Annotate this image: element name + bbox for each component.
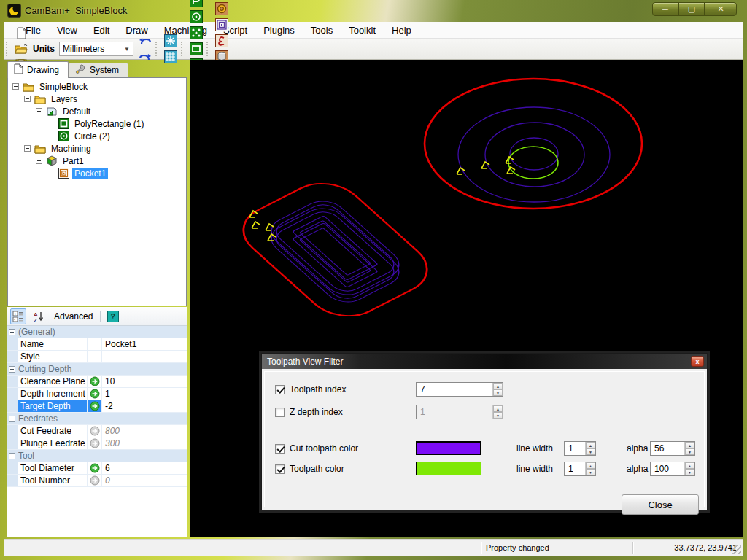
checkbox-2[interactable]: [275, 444, 285, 454]
spin-down-icon[interactable]: ▼: [586, 448, 595, 455]
spin-up-icon[interactable]: ▲: [493, 383, 503, 389]
menu-edit[interactable]: Edit: [85, 23, 117, 38]
collapse-icon[interactable]: [9, 416, 15, 422]
menu-tools[interactable]: Tools: [303, 23, 341, 38]
tab-drawing[interactable]: Drawing: [7, 61, 69, 78]
tree-item[interactable]: Default: [8, 105, 186, 117]
dialog-title-bar[interactable]: Toolpath View Filter x: [262, 354, 707, 369]
property-row[interactable]: Name Pocket1: [7, 338, 187, 351]
resize-grip-icon[interactable]: [732, 545, 741, 554]
spin-down-icon[interactable]: ▼: [685, 469, 694, 475]
toolbar-grip[interactable]: [155, 42, 160, 56]
toolbar-grip[interactable]: [206, 42, 212, 56]
property-value[interactable]: 0: [102, 475, 187, 486]
color-swatch[interactable]: [416, 462, 481, 475]
tab-system[interactable]: System: [69, 63, 128, 77]
property-row[interactable]: Cut Feedrate 800: [7, 425, 187, 438]
tree-expander[interactable]: [36, 108, 42, 114]
property-row[interactable]: Plunge Feedrate 300: [7, 438, 187, 450]
tree-item[interactable]: Layers: [8, 93, 186, 105]
categorized-icon[interactable]: + -: [10, 308, 26, 324]
help-icon[interactable]: ?: [105, 308, 121, 324]
undo-icon[interactable]: [137, 33, 153, 49]
new-file-icon[interactable]: [13, 25, 29, 41]
draw-points-icon[interactable]: [188, 25, 204, 41]
dialog-close-icon[interactable]: x: [691, 356, 704, 367]
alpha-spinner[interactable]: 100 ▲▼: [650, 462, 695, 476]
collapse-icon[interactable]: [9, 453, 15, 459]
tree-item[interactable]: Machining: [8, 142, 186, 155]
property-value[interactable]: 300: [102, 438, 187, 449]
property-row[interactable]: Target Depth -2: [7, 400, 187, 413]
tree-item[interactable]: Circle (2): [8, 130, 186, 142]
property-row[interactable]: Tool Number 0: [7, 475, 187, 487]
checkbox-3[interactable]: [275, 464, 285, 474]
tree-item[interactable]: SimpleBlock: [8, 80, 186, 93]
open-file-icon[interactable]: [13, 41, 29, 57]
spin-down-icon[interactable]: ▼: [685, 448, 694, 455]
draw-circle-icon[interactable]: [188, 9, 204, 25]
mop-profile-icon[interactable]: [214, 1, 230, 17]
advanced-button[interactable]: Advanced: [51, 310, 96, 323]
mop-pocket-icon[interactable]: [214, 17, 230, 33]
menu-help[interactable]: Help: [384, 23, 419, 38]
property-row[interactable]: Style: [7, 351, 187, 363]
property-value[interactable]: -2: [102, 400, 187, 412]
tree-item[interactable]: Pocket1: [8, 167, 186, 179]
maximize-button[interactable]: ▢: [678, 2, 705, 16]
mop-engrave-icon[interactable]: [214, 33, 230, 49]
spin-up-icon[interactable]: ▲: [586, 442, 595, 448]
drawing-canvas[interactable]: Toolpath View Filter x Toolpath index 7 …: [190, 60, 743, 537]
minimize-button[interactable]: ─: [652, 2, 678, 16]
property-category[interactable]: Tool: [7, 450, 187, 462]
spin-down-icon[interactable]: ▼: [586, 469, 595, 475]
spin-down-icon[interactable]: ▼: [493, 412, 503, 419]
dialog-close-button[interactable]: Close: [622, 494, 699, 515]
toolbar-grip[interactable]: [181, 42, 186, 56]
menu-view[interactable]: View: [49, 23, 85, 38]
tree-item[interactable]: PolyRectangle (1): [8, 117, 186, 130]
spin-up-icon[interactable]: ▲: [685, 442, 694, 448]
property-row[interactable]: Depth Increment 1: [7, 388, 187, 400]
close-button[interactable]: ✕: [705, 2, 737, 16]
line-width-spinner[interactable]: 1 ▲▼: [564, 462, 596, 476]
units-dropdown[interactable]: Millimeters ▼: [59, 42, 133, 56]
property-row[interactable]: Clearance Plane 10: [7, 376, 187, 388]
spin-down-icon[interactable]: ▼: [493, 389, 503, 396]
spin-up-icon[interactable]: ▲: [685, 462, 694, 469]
spin-up-icon[interactable]: ▲: [586, 462, 595, 469]
az-sort-icon[interactable]: A Z: [31, 308, 47, 324]
alpha-spinner[interactable]: 56 ▲▼: [650, 441, 695, 456]
tree-expander[interactable]: [24, 96, 31, 102]
checkbox-0[interactable]: [275, 385, 285, 394]
draw-rectangle-icon[interactable]: [188, 41, 204, 57]
toolbar-grip[interactable]: [6, 42, 11, 56]
menu-plugins[interactable]: Plugins: [255, 23, 303, 38]
tree-expander[interactable]: [24, 145, 31, 152]
draw-polyline-icon[interactable]: [188, 0, 204, 9]
property-category[interactable]: Feedrates: [7, 413, 187, 425]
property-category[interactable]: Cutting Depth: [7, 363, 187, 376]
snap-grid-icon[interactable]: [163, 49, 179, 65]
redo-icon[interactable]: [137, 49, 153, 65]
property-value[interactable]: 6: [102, 462, 187, 474]
tree-item[interactable]: Part1: [8, 155, 186, 167]
color-swatch[interactable]: [416, 441, 481, 455]
checkbox-1[interactable]: [275, 408, 285, 417]
line-width-spinner[interactable]: 1 ▲▼: [564, 441, 596, 456]
property-value[interactable]: 800: [102, 425, 187, 437]
property-value[interactable]: 1: [102, 388, 187, 400]
property-value[interactable]: [102, 351, 187, 362]
tree-expander[interactable]: [12, 83, 19, 90]
snap-points-icon[interactable]: [163, 33, 179, 49]
property-row[interactable]: Tool Diameter 6: [7, 462, 187, 475]
spin-up-icon[interactable]: ▲: [493, 405, 503, 412]
collapse-icon[interactable]: [9, 366, 15, 373]
tree-expander[interactable]: [36, 158, 42, 164]
collapse-icon[interactable]: [9, 329, 15, 335]
index-spinner[interactable]: 7 ▲▼: [416, 382, 503, 397]
property-value[interactable]: Pocket1: [102, 338, 187, 350]
menu-toolkit[interactable]: Toolkit: [341, 23, 384, 38]
property-value[interactable]: 10: [102, 376, 187, 387]
property-category[interactable]: (General): [7, 326, 187, 338]
